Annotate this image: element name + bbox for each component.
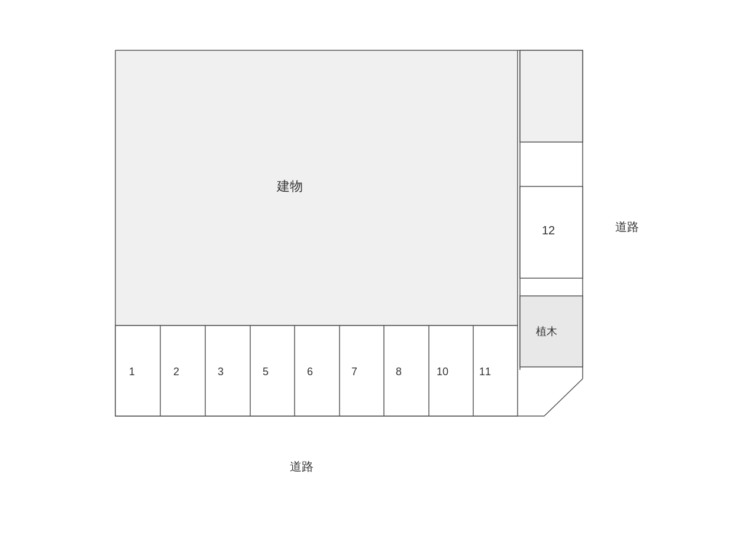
spot-1-label: 1 [129,366,135,378]
spot-11-label: 11 [479,366,491,378]
road-right-label: 道路 [615,219,639,235]
svg-rect-21 [116,51,517,325]
spot-10-label: 10 [437,366,448,378]
spot-7-label: 7 [351,366,357,378]
svg-line-3 [544,379,583,416]
ueki-label: 植木 [536,324,557,339]
building-label: 建物 [277,178,303,195]
diagram-svg [0,0,756,535]
spot-6-label: 6 [307,366,313,378]
svg-rect-9 [520,50,583,142]
road-bottom-label: 道路 [290,459,314,475]
spot-2-label: 2 [173,366,179,378]
spot-8-label: 8 [396,366,402,378]
spot-3-label: 3 [218,366,224,378]
parking-diagram: 建物 12 植木 1 2 3 5 6 7 8 10 11 道路 道路 [0,0,756,535]
spot-5-label: 5 [263,366,269,378]
spot-12-label: 12 [542,224,555,237]
